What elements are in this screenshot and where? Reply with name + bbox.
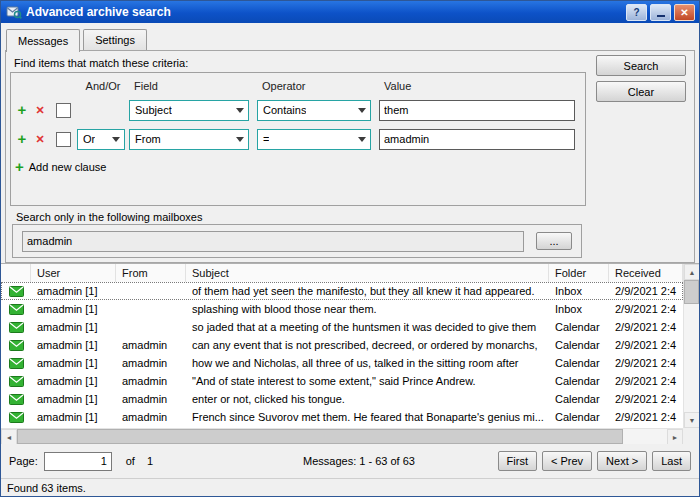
column-label-field: Field: [129, 80, 249, 92]
cell-from: amadmin: [116, 375, 186, 387]
last-button[interactable]: Last: [652, 451, 691, 471]
cell-received: 2/9/2021 2:4: [609, 375, 683, 387]
horizontal-scroll-thumb[interactable]: [17, 429, 623, 444]
cell-subject: splashing with blood those near them.: [186, 303, 549, 315]
tab-messages[interactable]: Messages: [6, 29, 80, 52]
header-received[interactable]: Received: [609, 264, 683, 282]
header-icon-column: [1, 264, 31, 282]
pagination-bar: Page: of 1 Messages: 1 - 63 of 63 First …: [1, 444, 699, 478]
scrollbar-corner: [683, 428, 699, 444]
table-row[interactable]: amadmin [1] amadmin can any event that i…: [1, 336, 683, 354]
delete-criteria-icon[interactable]: ✕: [31, 104, 49, 117]
cell-user: amadmin [1]: [31, 303, 116, 315]
page-input[interactable]: [44, 452, 112, 471]
cell-subject: "And of state interest to some extent," …: [186, 375, 549, 387]
clear-button[interactable]: Clear: [596, 81, 686, 102]
operator-select[interactable]: =: [257, 129, 371, 150]
field-select[interactable]: From: [129, 129, 249, 150]
add-criteria-icon[interactable]: +: [13, 103, 31, 117]
criteria-row-1: + ✕ Subject Contains: [13, 98, 585, 122]
close-button[interactable]: ✕: [674, 4, 695, 21]
next-button[interactable]: Next >: [597, 451, 647, 471]
operator-select-value: =: [263, 133, 269, 145]
minimize-button[interactable]: [650, 4, 671, 21]
andor-select[interactable]: Or: [77, 129, 125, 150]
mailboxes-input[interactable]: [22, 231, 524, 252]
results-panel: User From Subject Folder Received amadmi…: [1, 263, 699, 444]
table-row[interactable]: amadmin [1] amadmin enter or not, clicke…: [1, 390, 683, 408]
cell-user: amadmin [1]: [31, 393, 116, 405]
cell-received: 2/9/2021 2:4: [609, 339, 683, 351]
cell-received: 2/9/2021 2:4: [609, 411, 683, 423]
cell-from: amadmin: [116, 411, 186, 423]
cell-folder: Inbox: [549, 285, 609, 297]
table-row[interactable]: amadmin [1] splashing with blood those n…: [1, 300, 683, 318]
cell-folder: Inbox: [549, 303, 609, 315]
cell-received: 2/9/2021 2:4: [609, 321, 683, 333]
table-row[interactable]: amadmin [1] amadmin French since Suvorov…: [1, 408, 683, 426]
vertical-scroll-thumb[interactable]: [684, 280, 699, 304]
vertical-scrollbar[interactable]: ▲ ▼: [683, 264, 699, 428]
mail-icon: [1, 322, 31, 333]
cell-subject: enter or not, clicked his tongue.: [186, 393, 549, 405]
column-label-operator: Operator: [257, 80, 371, 92]
cell-folder: Calendar: [549, 339, 609, 351]
header-from[interactable]: From: [116, 264, 186, 282]
header-subject[interactable]: Subject: [186, 264, 549, 282]
cell-user: amadmin [1]: [31, 357, 116, 369]
cell-received: 2/9/2021 2:4: [609, 285, 683, 297]
minimize-icon: [657, 15, 665, 17]
help-button[interactable]: ?: [626, 4, 647, 21]
table-row[interactable]: amadmin [1] amadmin "And of state intere…: [1, 372, 683, 390]
header-user[interactable]: User: [31, 264, 116, 282]
value-input[interactable]: [379, 100, 575, 121]
cell-subject: can any event that is not prescribed, de…: [186, 339, 549, 351]
scroll-left-icon[interactable]: ◄: [1, 429, 17, 445]
scroll-up-icon[interactable]: ▲: [684, 264, 700, 280]
cell-received: 2/9/2021 2:4: [609, 393, 683, 405]
cell-folder: Calendar: [549, 393, 609, 405]
table-row[interactable]: amadmin [1] so jaded that at a meeting o…: [1, 318, 683, 336]
cell-user: amadmin [1]: [31, 285, 116, 297]
tab-messages-label: Messages: [18, 35, 68, 47]
operator-select[interactable]: Contains: [257, 100, 371, 121]
criteria-group-label: Find items that match these criteria:: [14, 57, 188, 69]
search-button[interactable]: Search: [596, 55, 686, 76]
criteria-column-headers: And/Or Field Operator Value: [13, 78, 585, 93]
chevron-down-icon: [112, 137, 120, 142]
mail-icon: [1, 304, 31, 315]
window-title: Advanced archive search: [26, 5, 623, 19]
criteria-checkbox[interactable]: [56, 103, 71, 118]
prev-button[interactable]: < Prev: [542, 451, 592, 471]
add-clause-plus-icon: +: [15, 160, 24, 174]
cell-user: amadmin [1]: [31, 411, 116, 423]
mailboxes-box: ...: [12, 224, 582, 258]
status-text: Found 63 items.: [7, 482, 86, 494]
add-new-clause-link[interactable]: + Add new clause: [15, 160, 585, 174]
header-folder[interactable]: Folder: [549, 264, 609, 282]
horizontal-scrollbar[interactable]: ◄ ►: [1, 428, 683, 444]
tab-strip: Messages Settings: [6, 29, 150, 51]
scroll-down-icon[interactable]: ▼: [684, 412, 700, 428]
table-row[interactable]: amadmin [1] amadmin how we and Nicholas,…: [1, 354, 683, 372]
mail-icon: [1, 286, 31, 297]
page-label: Page:: [9, 455, 38, 467]
field-select[interactable]: Subject: [129, 100, 249, 121]
criteria-checkbox[interactable]: [56, 132, 71, 147]
mail-icon: [1, 358, 31, 369]
scroll-right-icon[interactable]: ►: [667, 429, 683, 445]
add-criteria-icon[interactable]: +: [13, 132, 31, 146]
cell-received: 2/9/2021 2:4: [609, 303, 683, 315]
field-select-value: Subject: [135, 104, 172, 116]
criteria-row-2: + ✕ Or From =: [13, 127, 585, 151]
title-bar[interactable]: Advanced archive search ? ✕: [1, 1, 699, 23]
tab-settings[interactable]: Settings: [83, 29, 147, 50]
status-bar: Found 63 items.: [1, 478, 699, 496]
cell-from: amadmin: [116, 357, 186, 369]
value-input[interactable]: [379, 129, 575, 150]
criteria-box: And/Or Field Operator Value + ✕ Subject: [10, 72, 586, 206]
delete-criteria-icon[interactable]: ✕: [31, 133, 49, 146]
first-button[interactable]: First: [498, 451, 537, 471]
table-row[interactable]: amadmin [1] of them had yet seen the man…: [1, 282, 683, 300]
browse-button[interactable]: ...: [536, 232, 572, 250]
